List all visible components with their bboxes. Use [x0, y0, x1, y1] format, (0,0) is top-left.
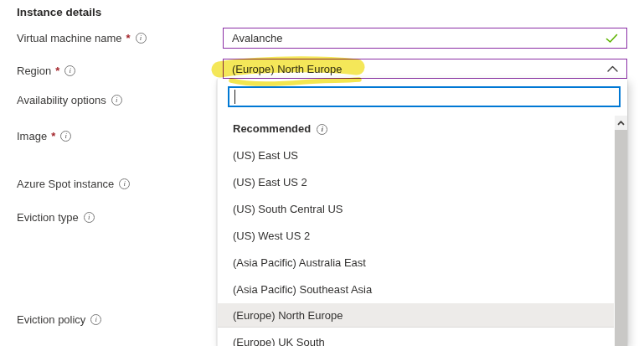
info-icon[interactable]: i [119, 178, 130, 189]
dropdown-scrollbar[interactable] [615, 116, 627, 346]
region-option[interactable]: (Europe) UK South [218, 329, 614, 346]
field-label: Availability options [17, 94, 106, 106]
field-label: Eviction policy [17, 313, 85, 326]
region-option[interactable]: (US) South Central US [218, 196, 614, 223]
valid-check-icon [605, 34, 618, 44]
info-icon[interactable]: i [84, 212, 95, 223]
info-icon[interactable]: i [136, 33, 147, 44]
field-label: Virtual machine name [17, 32, 122, 44]
info-icon[interactable]: i [64, 65, 75, 76]
section-title: Instance details [17, 6, 101, 18]
virtual-machine-name-input[interactable]: Avalanche [223, 28, 627, 49]
label-image: Image* i [17, 130, 71, 142]
label-azure-spot-instance: Azure Spot instance i [17, 178, 130, 190]
region-option[interactable]: (Asia Pacific) Australia East [218, 250, 614, 276]
vm-name-value: Avalanche [232, 32, 605, 44]
field-label: Azure Spot instance [17, 178, 114, 190]
required-asterisk: * [55, 65, 59, 77]
scroll-up-arrow-icon [617, 121, 625, 126]
field-label: Image [17, 130, 47, 142]
info-icon[interactable]: i [317, 124, 327, 135]
info-icon[interactable]: i [111, 95, 122, 106]
label-eviction-policy: Eviction policy i [17, 313, 101, 326]
required-asterisk: * [126, 32, 131, 44]
info-icon[interactable]: i [90, 314, 101, 325]
region-option[interactable]: (US) West US 2 [218, 223, 614, 250]
label-virtual-machine-name: Virtual machine name* i [17, 32, 147, 44]
chevron-up-icon [607, 65, 618, 72]
region-option[interactable]: (US) East US 2 [218, 169, 614, 196]
region-search-input[interactable] [228, 86, 621, 107]
scrollbar-thumb[interactable] [615, 130, 627, 346]
region-options-list: Recommended i (US) East US (US) East US … [218, 116, 627, 346]
region-option[interactable]: (US) East US [218, 142, 614, 169]
instance-details-form: Instance details Virtual machine name* i… [0, 0, 644, 346]
group-header-recommended: Recommended i [218, 116, 614, 142]
field-label: Eviction type [17, 211, 79, 224]
region-dropdown-flyout: Recommended i (US) East US (US) East US … [217, 79, 627, 346]
info-icon[interactable]: i [60, 131, 71, 142]
text-cursor [234, 90, 235, 104]
field-label: Region [17, 65, 51, 77]
region-selected-value: (Europe) North Europe [232, 63, 607, 75]
label-region: Region* i [17, 65, 75, 77]
label-eviction-type: Eviction type i [17, 211, 95, 224]
region-option-selected[interactable]: (Europe) North Europe [218, 303, 614, 328]
region-option[interactable]: (Asia Pacific) Southeast Asia [218, 276, 614, 303]
label-availability-options: Availability options i [17, 94, 122, 106]
required-asterisk: * [51, 130, 55, 142]
region-select[interactable]: (Europe) North Europe [223, 59, 627, 79]
scrollbar-up-button[interactable] [615, 116, 627, 130]
